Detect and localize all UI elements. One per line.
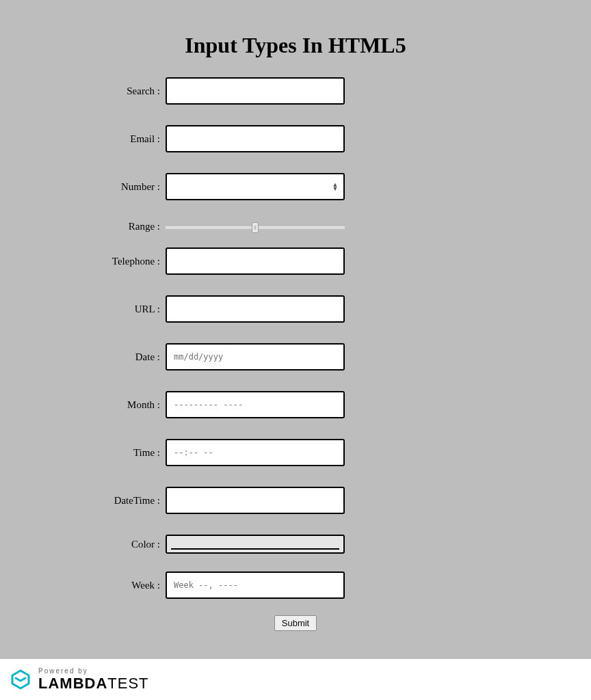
month-input[interactable] — [166, 391, 345, 418]
lambdatest-icon — [10, 669, 31, 690]
field-row-email: Email : — [90, 125, 501, 152]
time-label: Time : — [90, 447, 166, 459]
color-input[interactable] — [166, 535, 345, 554]
range-label: Range : — [90, 221, 166, 232]
field-row-week: Week : — [90, 571, 501, 599]
field-row-url: URL : — [90, 295, 501, 323]
month-cell — [166, 391, 501, 418]
url-label: URL : — [90, 304, 166, 315]
color-swatch-bar — [171, 548, 339, 550]
chevron-down-icon: ▼ — [332, 187, 339, 191]
field-row-telephone: Telephone : — [90, 247, 501, 275]
field-row-month: Month : — [90, 391, 501, 418]
search-label: Search : — [90, 85, 166, 97]
field-row-date: Date : — [90, 343, 501, 371]
color-cell — [166, 535, 501, 554]
datetime-label: DateTime : — [90, 495, 166, 507]
week-input[interactable] — [166, 571, 345, 599]
range-cell — [166, 224, 501, 230]
week-cell — [166, 571, 501, 599]
time-cell — [166, 439, 501, 466]
url-cell — [166, 295, 501, 323]
brand-bold: LAMBDA — [38, 675, 107, 692]
field-row-number: Number : ▲ ▼ — [90, 173, 501, 200]
range-thumb[interactable] — [252, 222, 259, 233]
submit-row: Submit — [90, 615, 501, 631]
field-row-search: Search : — [90, 77, 501, 105]
footer: Powered by LAMBDATEST — [0, 659, 591, 700]
number-input[interactable] — [166, 173, 345, 200]
submit-button[interactable]: Submit — [274, 615, 317, 631]
input-types-form: Search : Email : Number : ▲ ▼ — [90, 77, 501, 631]
email-label: Email : — [90, 133, 166, 145]
email-cell — [166, 125, 501, 152]
color-label: Color : — [90, 539, 166, 550]
field-row-color: Color : — [90, 535, 501, 554]
brand-thin: TEST — [107, 675, 148, 692]
page-title: Input Types In HTML5 — [0, 33, 591, 58]
search-cell — [166, 77, 501, 105]
brand-logo: Powered by LAMBDATEST — [10, 668, 149, 691]
number-stepper[interactable]: ▲ ▼ — [331, 183, 339, 191]
brand-name: LAMBDATEST — [38, 676, 149, 691]
field-row-datetime: DateTime : — [90, 487, 501, 514]
page: Input Types In HTML5 Search : Email : Nu… — [0, 0, 591, 631]
svg-marker-0 — [12, 671, 29, 688]
telephone-cell — [166, 247, 501, 275]
field-row-range: Range : — [90, 221, 501, 232]
email-input[interactable] — [166, 125, 345, 152]
powered-by-label: Powered by — [38, 668, 149, 675]
url-input[interactable] — [166, 295, 345, 323]
number-cell: ▲ ▼ — [166, 173, 501, 200]
datetime-cell — [166, 487, 501, 514]
time-input[interactable] — [166, 439, 345, 466]
date-input[interactable] — [166, 343, 345, 371]
datetime-input[interactable] — [166, 487, 345, 514]
search-input[interactable] — [166, 77, 345, 105]
brand-text: Powered by LAMBDATEST — [38, 668, 149, 691]
telephone-label: Telephone : — [90, 256, 166, 267]
date-cell — [166, 343, 501, 371]
range-input[interactable] — [166, 224, 345, 230]
number-label: Number : — [90, 181, 166, 193]
field-row-time: Time : — [90, 439, 501, 466]
week-label: Week : — [90, 580, 166, 591]
telephone-input[interactable] — [166, 247, 345, 275]
month-label: Month : — [90, 399, 166, 411]
date-label: Date : — [90, 351, 166, 363]
